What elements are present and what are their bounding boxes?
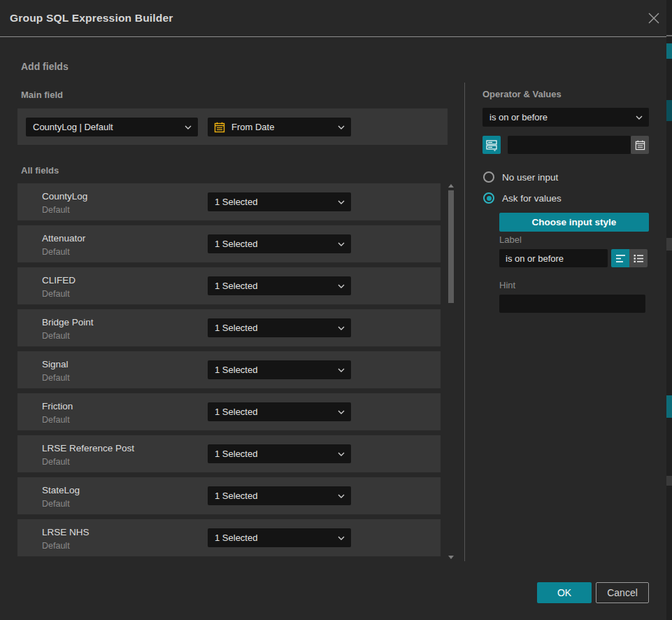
field-row: AttenuatorDefault1 Selected [17,225,441,262]
operator-dropdown[interactable]: is on or before [482,108,649,127]
field-selected-dropdown[interactable]: 1 Selected [208,444,351,463]
cancel-button[interactable]: Cancel [596,582,649,603]
main-field-bar: CountyLog | Default From Date [17,108,448,145]
chevron-down-icon [338,326,345,330]
date-picker-button[interactable] [631,136,649,154]
field-selected-value: 1 Selected [208,239,338,249]
add-fields-heading: Add fields [21,61,69,72]
close-icon[interactable] [648,12,660,24]
operator-dropdown-value: is on or before [482,112,636,122]
chevron-down-icon [338,536,345,540]
field-row: CLIFEDDefault1 Selected [17,267,441,304]
field-selected-value: 1 Selected [208,197,338,207]
field-selected-dropdown[interactable]: 1 Selected [208,402,351,421]
ok-button[interactable]: OK [537,582,592,603]
field-row: CountyLogDefault1 Selected [17,183,441,220]
calendar-icon [635,140,645,150]
title-divider [0,36,672,37]
field-selected-dropdown[interactable]: 1 Selected [208,276,351,295]
radio-no-user-input-label: No user input [502,172,558,183]
field-subtitle: Default [42,415,70,425]
field-subtitle: Default [42,373,70,383]
field-row: LRSE Reference PostDefault1 Selected [17,435,441,472]
field-selected-dropdown[interactable]: 1 Selected [208,234,351,253]
scrollbar-up-arrow[interactable] [448,184,454,188]
field-selected-dropdown[interactable]: 1 Selected [208,528,351,547]
calendar-icon [214,122,225,133]
field-selected-dropdown[interactable]: 1 Selected [208,192,351,211]
radio-ask-for-values-label: Ask for values [502,193,562,204]
main-date-field-value: From Date [225,122,338,132]
field-subtitle: Default [42,457,70,467]
field-row: FrictionDefault1 Selected [17,393,441,430]
main-layer-dropdown-value: CountyLog | Default [26,122,185,132]
field-name: LRSE NHS [42,527,90,537]
field-selected-dropdown[interactable]: 1 Selected [208,318,351,337]
radio-circle-selected-icon [483,192,494,204]
field-subtitle: Default [42,289,70,299]
background-app-edge [666,0,672,620]
value-input-type-button[interactable] [482,136,501,154]
field-selected-value: 1 Selected [208,281,338,291]
field-name: Signal [42,359,69,369]
dialog-title: Group SQL Expression Builder [10,0,173,36]
chevron-down-icon [338,200,345,204]
field-name: LRSE Reference Post [42,443,134,453]
field-selected-value: 1 Selected [208,365,338,375]
chevron-down-icon [185,125,192,129]
title-bar: Group SQL Expression Builder [0,0,672,36]
field-name: CLIFED [42,275,76,286]
field-selected-value: 1 Selected [208,533,338,543]
align-left-lines-icon [615,254,626,263]
chevron-down-icon [338,368,345,372]
scrollbar-down-arrow[interactable] [448,556,454,559]
chevron-down-icon [338,125,345,129]
field-selected-value: 1 Selected [208,407,338,417]
scrollbar-thumb[interactable] [448,190,454,303]
chevron-down-icon [338,452,345,456]
chevron-down-icon [338,410,345,414]
field-name: Bridge Point [42,317,94,327]
label-input[interactable] [499,249,608,267]
group-sql-expression-builder-dialog: Group SQL Expression Builder Add fields … [0,0,672,620]
field-selected-value: 1 Selected [208,491,338,501]
all-fields-heading: All fields [21,165,59,176]
main-field-heading: Main field [21,90,63,100]
field-selected-dropdown[interactable]: 1 Selected [208,360,351,379]
field-name: StateLog [42,485,80,495]
field-selected-value: 1 Selected [208,323,338,333]
panel-divider [464,83,465,561]
chevron-down-icon [338,494,345,498]
field-name: Friction [42,401,73,411]
all-fields-list: CountyLogDefault1 SelectedAttenuatorDefa… [17,183,441,561]
bulleted-list-icon [634,254,644,263]
hint-input[interactable] [499,295,645,313]
field-selected-dropdown[interactable]: 1 Selected [208,486,351,505]
field-subtitle: Default [42,205,70,215]
radio-no-user-input[interactable]: No user input [483,171,558,183]
main-layer-dropdown[interactable]: CountyLog | Default [26,118,198,136]
field-subtitle: Default [42,247,70,257]
chevron-down-icon [636,115,643,120]
hint-caption: Hint [499,280,515,290]
stacked-values-icon [486,139,497,151]
chevron-down-icon [338,284,345,288]
field-row: SignalDefault1 Selected [17,351,441,388]
label-caption: Label [499,234,522,245]
main-date-field-dropdown[interactable]: From Date [208,118,351,136]
field-subtitle: Default [42,331,70,341]
single-line-style-button[interactable] [611,249,629,267]
chevron-down-icon [338,242,345,246]
field-selected-value: 1 Selected [208,449,338,459]
radio-ask-for-values[interactable]: Ask for values [483,192,562,204]
value-input[interactable] [508,136,631,154]
radio-circle-icon [483,171,494,183]
field-subtitle: Default [42,499,70,509]
list-style-button[interactable] [629,249,648,267]
field-name: Attenuator [42,233,85,244]
choose-input-style-button[interactable]: Choose input style [499,213,649,232]
operator-values-heading: Operator & Values [482,89,562,99]
field-subtitle: Default [42,541,70,551]
field-row: LRSE NHSDefault1 Selected [17,519,441,556]
field-row: StateLogDefault1 Selected [17,477,441,514]
